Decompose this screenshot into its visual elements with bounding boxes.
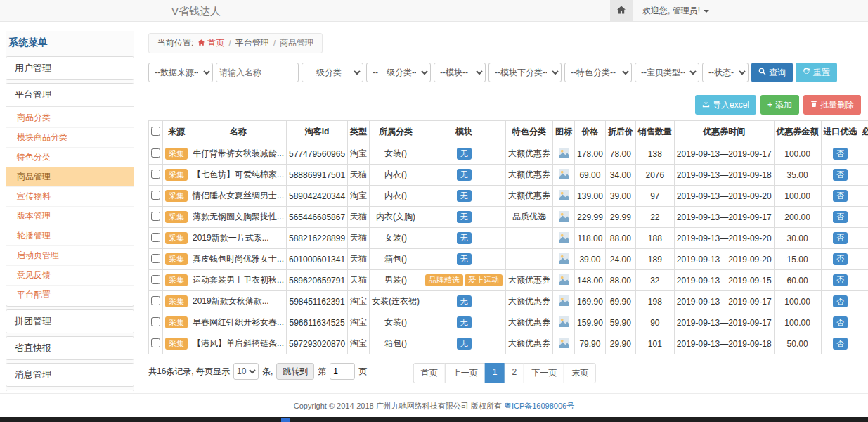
sidebar-subitem-商品分类[interactable]: 商品分类	[6, 108, 134, 128]
sidebar-subitem-版本管理[interactable]: 版本管理	[6, 207, 134, 226]
row-checkbox[interactable]	[151, 254, 160, 263]
row-checkbox[interactable]	[151, 191, 160, 200]
taoke-id-cell: 589042420344	[287, 186, 348, 207]
products-table: 来源名称淘客Id类型所属分类模块特色分类图标价格折后价销售数量优惠券时间优惠券金…	[148, 120, 868, 354]
import-select-cell: 否	[821, 333, 860, 354]
sidebar-subitem-宣传物料[interactable]: 宣传物料	[6, 187, 134, 207]
sidebar-item-省直快报[interactable]: 省直快报	[6, 337, 134, 359]
search-button[interactable]: 查询	[751, 63, 793, 82]
sales-count-cell: 189	[635, 249, 674, 270]
coupon-time-cell: 2019-09-13—2019-09-18	[674, 333, 774, 354]
col-header-优惠券金额: 优惠券金额	[774, 121, 821, 143]
home-button[interactable]	[610, 0, 633, 22]
add-button[interactable]: + 添加	[760, 95, 799, 115]
module-badge: 无	[457, 295, 472, 307]
breadcrumb-item[interactable]: 平台管理	[235, 37, 269, 49]
records-total-text: 共16条记录, 每页显示	[148, 366, 230, 378]
sidebar-subitem-模块商品分类[interactable]: 模块商品分类	[6, 128, 134, 148]
import-select-badge: 否	[833, 274, 848, 286]
coupon-time-cell: 2019-09-13—2019-09-20	[674, 228, 774, 249]
user-menu[interactable]: 欢迎您, 管理员!	[633, 0, 719, 22]
data-source-select[interactable]: --数据来源--	[148, 63, 213, 82]
jump-page-input[interactable]	[330, 363, 355, 380]
select-all-checkbox[interactable]	[151, 127, 160, 136]
shop-type-cell: 天猫	[348, 207, 370, 228]
sidebar-panel: 省直快报	[6, 336, 134, 360]
sidebar-subitem-特色分类[interactable]: 特色分类	[6, 148, 134, 167]
import-excel-button[interactable]: 导入excel	[695, 95, 756, 115]
table-row: 采集早春网红针织开衫女春...596611634525淘宝女装()无大额优惠券1…	[149, 312, 868, 333]
pager-item-2[interactable]: 2	[505, 363, 525, 383]
module-cell: 品牌精选爱上运动	[422, 270, 506, 291]
sales-count-cell: 2076	[635, 165, 674, 186]
row-checkbox[interactable]	[151, 212, 160, 221]
source-cell: 采集	[163, 207, 190, 228]
taoke-id-cell: 596611634525	[287, 312, 348, 333]
row-checkbox[interactable]	[151, 296, 160, 305]
sidebar-item-用户管理[interactable]: 用户管理	[6, 57, 134, 79]
must-buy-cell: 否	[860, 165, 868, 186]
module-subcategory-select[interactable]: --模块下分类--	[488, 63, 562, 82]
pagination: 共16条记录, 每页显示 10 条, 跳转到 第 页 首页上一页12下一页末页	[148, 363, 861, 384]
row-select-cell	[149, 165, 163, 186]
sidebar-item-平台管理[interactable]: 平台管理	[6, 84, 134, 106]
pager-item-首页[interactable]: 首页	[413, 363, 446, 383]
status-select[interactable]: --状态--	[702, 63, 749, 82]
taoke-id-cell: 588869917501	[287, 165, 348, 186]
coupon-amount-cell: 200.00	[774, 207, 821, 228]
pager-item-上一页[interactable]: 上一页	[445, 363, 486, 383]
col-header-销售数量: 销售数量	[635, 121, 674, 143]
breadcrumb-home-link[interactable]: 首页	[197, 37, 224, 49]
sidebar-item-拼团管理[interactable]: 拼团管理	[6, 310, 134, 333]
table-header: 来源名称淘客Id类型所属分类模块特色分类图标价格折后价销售数量优惠券时间优惠券金…	[149, 121, 868, 143]
sidebar-subitem-启动页管理[interactable]: 启动页管理	[6, 246, 134, 266]
table-row: 采集运动套装男士卫衣初秋...589620659791天猫男装()品牌精选爱上运…	[149, 270, 868, 291]
level1-category-select[interactable]: 一级分类	[302, 63, 363, 82]
module-select[interactable]: --模块--	[434, 63, 486, 82]
category-cell: 女装()	[370, 228, 422, 249]
source-badge: 采集	[165, 190, 188, 202]
level2-category-select[interactable]: --二级分类--	[366, 63, 431, 82]
feature-category-select[interactable]: --特色分类--	[564, 63, 632, 82]
product-type-select[interactable]: --宝贝类型--	[635, 63, 699, 82]
col-header-类型: 类型	[348, 121, 370, 143]
price-cell: 148.00	[575, 270, 606, 291]
sidebar-item-消息管理[interactable]: 消息管理	[6, 364, 134, 386]
pager-item-1[interactable]: 1	[485, 363, 505, 383]
row-checkbox[interactable]	[151, 338, 160, 347]
icp-link[interactable]: 粤ICP备16098006号	[504, 402, 574, 410]
price-cell: 229.99	[575, 207, 606, 228]
row-checkbox[interactable]	[151, 148, 160, 158]
sidebar-subitem-意见反馈[interactable]: 意见反馈	[6, 266, 134, 286]
reset-button[interactable]: 重置	[796, 63, 837, 82]
topbar: V省钱达人 欢迎您, 管理员!	[0, 0, 868, 22]
filter-fields: --数据来源--一级分类--二级分类----模块----模块下分类----特色分…	[148, 63, 749, 82]
row-checkbox[interactable]	[151, 170, 160, 179]
product-thumbnail-icon	[558, 338, 569, 349]
taoke-id-cell: 597293020870	[287, 333, 348, 354]
batch-delete-button[interactable]: 批量删除	[803, 95, 861, 115]
discount-price-cell: 24.00	[605, 249, 635, 270]
coupon-time-cell: 2019-09-13—2019-09-15	[674, 270, 774, 291]
filter-bar: --数据来源--一级分类--二级分类----模块----模块下分类----特色分…	[148, 63, 861, 82]
icon-cell	[553, 312, 575, 333]
sidebar-panel: 平台管理商品分类模块商品分类特色分类商品管理宣传物料版本管理轮播管理启动页管理意…	[6, 83, 134, 307]
pager-item-末页[interactable]: 末页	[564, 363, 596, 383]
row-select-cell	[149, 228, 163, 249]
module-badge: 无	[457, 148, 472, 160]
sidebar-subitem-平台配置[interactable]: 平台配置	[6, 286, 134, 305]
row-checkbox[interactable]	[151, 275, 160, 284]
sidebar-menu: 用户管理平台管理商品分类模块商品分类特色分类商品管理宣传物料版本管理轮播管理启动…	[6, 56, 134, 422]
row-checkbox[interactable]	[151, 233, 160, 242]
select-all-cell	[149, 121, 163, 143]
jump-button[interactable]: 跳转到	[276, 363, 314, 380]
row-checkbox[interactable]	[151, 317, 160, 326]
name-input[interactable]	[216, 63, 299, 82]
source-badge: 采集	[165, 316, 188, 328]
page-size-select[interactable]: 10	[233, 363, 259, 380]
sidebar-subitem-轮播管理[interactable]: 轮播管理	[6, 226, 134, 246]
sidebar-subitem-商品管理[interactable]: 商品管理	[6, 167, 134, 187]
pager-item-下一页[interactable]: 下一页	[524, 363, 564, 383]
discount-price-cell: 69.90	[605, 291, 635, 312]
must-buy-cell: 否	[860, 186, 868, 207]
